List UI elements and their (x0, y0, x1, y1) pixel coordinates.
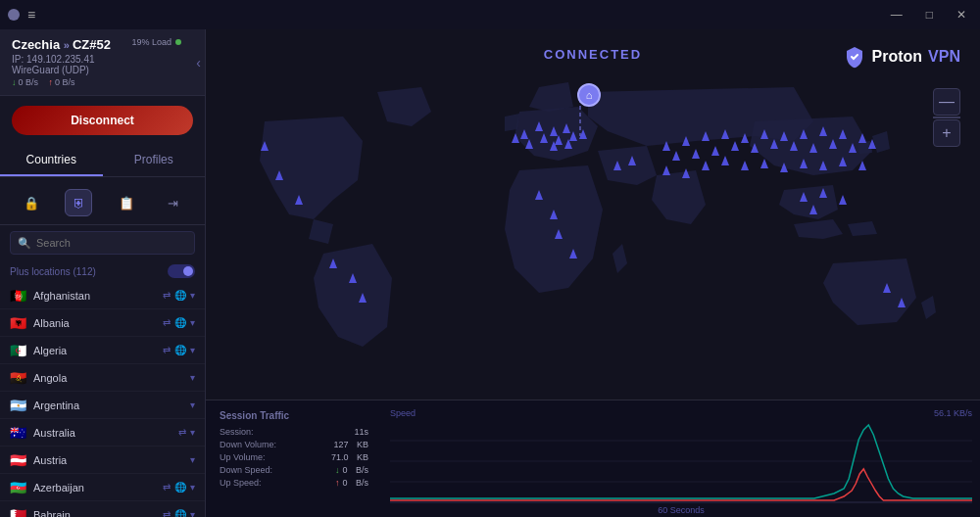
connection-speeds: ↓ 0 B/s ↑ 0 B/s (12, 77, 193, 87)
zoom-out-button[interactable]: — (933, 88, 960, 116)
session-stats: Session Traffic Session: 11s Down Volume… (206, 400, 382, 517)
country-actions-albania: ⇄ 🌐 ▾ (163, 317, 195, 328)
disconnect-button[interactable]: Disconnect (12, 106, 193, 135)
country-item-bahrain[interactable]: 🇧🇭 Bahrain ⇄ 🌐 ▾ (0, 501, 205, 517)
load-dot (175, 39, 181, 45)
country-item-austria[interactable]: 🇦🇹 Austria ▾ (0, 446, 205, 474)
country-item-argentina[interactable]: 🇦🇷 Argentina ▾ (0, 392, 205, 419)
stat-row-down-speed: Down Speed: ↓ 0 B/s (220, 465, 368, 475)
down-volume-value: 127 KB (333, 440, 368, 449)
country-item-azerbaijan[interactable]: 🇦🇿 Azerbaijan ⇄ 🌐 ▾ (0, 474, 205, 501)
stat-row-up-speed: Up Speed: ↑ 0 B/s (220, 478, 368, 488)
max-speed-label: 56.1 KB/s (934, 408, 972, 418)
sidebar: Czechia » CZ#52 19% Load IP: 149.102.235… (0, 29, 206, 517)
globe-icon-azerbaijan[interactable]: 🌐 (174, 482, 186, 493)
expand-icon-albania[interactable]: ▾ (190, 317, 195, 328)
lock-filter-icon[interactable]: 🔒 (18, 189, 45, 216)
country-actions-algeria: ⇄ 🌐 ▾ (163, 345, 195, 355)
proton-shield-icon (843, 45, 866, 69)
down-speed: ↓ 0 B/s (12, 77, 38, 87)
expand-icon-afghanistan[interactable]: ▾ (190, 290, 195, 301)
connected-node: ⌂ (577, 83, 601, 107)
title-bar: ≡ — □ ✕ (0, 0, 980, 29)
country-name-azerbaijan: Azerbaijan (33, 482, 157, 494)
shield-filter-icon[interactable]: ⛨ (65, 189, 92, 216)
flag-bahrain: 🇧🇭 (10, 508, 27, 517)
up-volume-label: Up Volume: (220, 452, 266, 462)
flag-algeria: 🇩🇿 (10, 344, 27, 356)
app-icon (8, 9, 20, 21)
down-volume-label: Down Volume: (220, 440, 276, 449)
p2p-icon-australia[interactable]: ⇄ (178, 427, 186, 438)
traffic-chart (390, 420, 972, 503)
country-name-argentina: Argentina (33, 400, 184, 411)
maximize-button[interactable]: □ (920, 6, 939, 24)
right-panel: ProtonVPN — + CONNECTED ⌂ (206, 29, 980, 517)
stat-row-up-volume: Up Volume: 71.0 KB (220, 452, 368, 462)
p2p-icon-algeria[interactable]: ⇄ (163, 345, 171, 355)
connection-load: 19% Load (131, 37, 181, 47)
country-item-albania[interactable]: 🇦🇱 Albania ⇄ 🌐 ▾ (0, 309, 205, 337)
country-name-bahrain: Bahrain (33, 509, 157, 518)
stats-title: Session Traffic (220, 410, 368, 421)
close-button[interactable]: ✕ (951, 6, 972, 24)
zoom-in-button[interactable]: + (933, 119, 960, 147)
forward-filter-icon[interactable]: ⇥ (160, 189, 187, 216)
p2p-icon-azerbaijan[interactable]: ⇄ (163, 482, 171, 493)
country-name-angola: Angola (33, 372, 184, 384)
flag-australia: 🇦🇺 (10, 426, 27, 439)
flag-azerbaijan: 🇦🇿 (10, 481, 27, 494)
country-item-angola[interactable]: 🇦🇴 Angola ▾ (0, 364, 205, 392)
flag-afghanistan: 🇦🇫 (10, 289, 27, 302)
expand-icon-austria[interactable]: ▾ (190, 454, 195, 465)
tab-profiles[interactable]: Profiles (103, 145, 206, 176)
stats-panel: Session Traffic Session: 11s Down Volume… (206, 400, 980, 517)
country-item-afghanistan[interactable]: 🇦🇫 Afghanistan ⇄ 🌐 ▾ (0, 282, 205, 309)
filter-icons: 🔒 ⛨ 📋 ⇥ (0, 185, 205, 225)
country-actions-azerbaijan: ⇄ 🌐 ▾ (163, 482, 195, 493)
down-speed-value: ↓ 0 B/s (335, 465, 368, 475)
connection-protocol: WireGuard (UDP) (12, 65, 193, 75)
tabs: Countries Profiles (0, 145, 205, 177)
p2p-icon-albania[interactable]: ⇄ (163, 317, 171, 328)
up-speed-label: Up Speed: (220, 478, 262, 488)
chart-container (390, 420, 972, 503)
menu-icon[interactable]: ≡ (27, 7, 35, 23)
globe-icon-algeria[interactable]: 🌐 (174, 345, 186, 355)
flag-albania: 🇦🇱 (10, 316, 27, 329)
expand-icon-australia[interactable]: ▾ (190, 427, 195, 438)
country-name-afghanistan: Afghanistan (33, 290, 157, 302)
stat-row-session: Session: 11s (220, 427, 368, 437)
stat-row-down-volume: Down Volume: 127 KB (220, 440, 368, 449)
expand-icon-angola[interactable]: ▾ (190, 372, 195, 383)
expand-icon-bahrain[interactable]: ▾ (190, 509, 195, 517)
flag-angola: 🇦🇴 (10, 371, 27, 384)
expand-icon-argentina[interactable]: ▾ (190, 400, 195, 410)
expand-icon-azerbaijan[interactable]: ▾ (190, 482, 195, 493)
minimize-button[interactable]: — (885, 6, 908, 24)
search-input[interactable] (10, 231, 195, 255)
country-item-algeria[interactable]: 🇩🇿 Algeria ⇄ 🌐 ▾ (0, 337, 205, 364)
doc-filter-icon[interactable]: 📋 (113, 189, 140, 216)
country-actions-argentina: ▾ (190, 400, 195, 410)
country-actions-bahrain: ⇄ 🌐 ▾ (163, 509, 195, 517)
search-icon: 🔍 (18, 237, 31, 250)
globe-icon-bahrain[interactable]: 🌐 (174, 509, 186, 517)
up-speed: ↑ 0 B/s (49, 77, 75, 87)
expand-icon-algeria[interactable]: ▾ (190, 345, 195, 355)
main-content: Czechia » CZ#52 19% Load IP: 149.102.235… (0, 29, 980, 517)
globe-icon-albania[interactable]: 🌐 (174, 317, 186, 328)
proton-logo: ProtonVPN (843, 45, 960, 69)
plus-toggle[interactable] (168, 264, 195, 278)
session-value: 11s (354, 427, 368, 437)
p2p-icon-afghanistan[interactable]: ⇄ (163, 290, 171, 301)
connected-label: CONNECTED (544, 47, 642, 62)
globe-icon-afghanistan[interactable]: 🌐 (174, 290, 186, 301)
tab-countries[interactable]: Countries (0, 145, 103, 176)
connection-arrow: » (64, 39, 73, 51)
country-list[interactable]: 🇦🇫 Afghanistan ⇄ 🌐 ▾ 🇦🇱 Albania ⇄ 🌐 ▾ (0, 282, 205, 517)
country-actions-angola: ▾ (190, 372, 195, 383)
p2p-icon-bahrain[interactable]: ⇄ (163, 509, 171, 517)
collapse-button[interactable]: ‹ (196, 55, 201, 70)
country-item-australia[interactable]: 🇦🇺 Australia ⇄ ▾ (0, 419, 205, 446)
